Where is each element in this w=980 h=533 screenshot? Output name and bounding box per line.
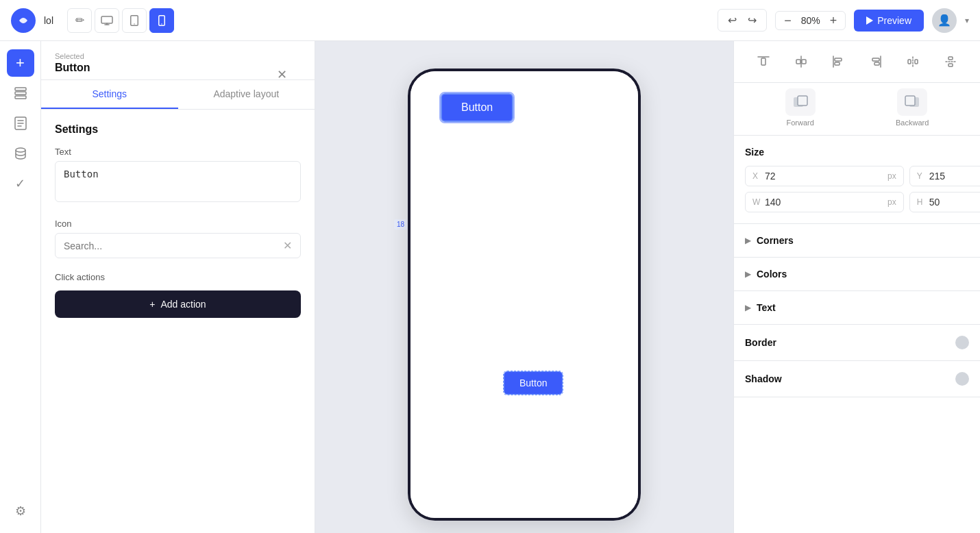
undo-button[interactable]: ↩ [724,12,741,28]
x-input[interactable] [765,171,885,182]
preview-button[interactable]: Preview [854,10,924,32]
h-label: H [917,197,927,207]
align-left-button[interactable] [826,49,850,74]
align-right-button[interactable] [863,49,888,74]
corners-chevron: ▶ [745,236,751,245]
distribute-v-button[interactable] [938,49,963,74]
svg-rect-6 [15,92,26,95]
redo-button[interactable]: ↪ [744,12,761,28]
text-section: ▶ Text [734,291,980,325]
canvas-button-center[interactable]: Button [504,371,563,395]
x-label: X [752,171,762,181]
phone-frame: Button Button [408,69,641,521]
shadow-toggle[interactable] [955,372,969,386]
selected-label: Selected [55,52,301,60]
play-icon [866,16,873,25]
corners-toggle[interactable]: ▶ Corners [734,224,980,257]
layers-btn[interactable] [7,79,34,107]
align-top-button[interactable] [751,49,776,74]
selected-element-name: Button [55,62,301,74]
right-panel: Forward Backward Size X px [733,41,980,533]
left-panel-header: Selected Button ✕ [41,41,315,80]
w-input[interactable] [765,197,885,208]
add-action-plus: + [149,299,155,310]
icon-search-row: ✕ [55,233,301,258]
add-action-button[interactable]: + Add action [55,290,301,318]
corners-title: Corners [757,235,794,246]
size-section: Size X px Y px W px H [734,136,980,224]
text-field-label: Text [55,147,301,157]
zoom-in-button[interactable]: + [830,14,837,27]
pages-btn[interactable] [7,110,34,137]
device-toolbar: ✏ [67,8,174,33]
click-actions-group: Click actions + Add action [55,272,301,318]
preview-label: Preview [877,15,911,26]
text-section-title: Text [757,302,776,313]
alignment-row [734,41,980,83]
phone-inner: Button Button [411,71,638,518]
canvas-button-top[interactable]: Button [441,93,513,122]
svg-rect-18 [915,60,918,64]
align-middle-v-button[interactable] [789,49,813,74]
panel-content: Settings Text Button Icon ✕ Click action… [41,110,315,533]
forward-item[interactable]: Forward [785,88,816,127]
avatar-chevron[interactable]: ▾ [965,16,969,25]
user-avatar[interactable]: 👤 [932,8,957,33]
panel-close-button[interactable]: ✕ [277,67,287,82]
text-field-group: Text Button [55,147,301,205]
svg-rect-13 [835,58,842,61]
svg-rect-15 [872,58,879,61]
svg-point-2 [134,23,135,25]
svg-rect-24 [905,96,915,106]
size-title: Size [745,147,969,158]
desktop-tool-btn[interactable] [95,8,119,33]
colors-toggle[interactable]: ▶ Colors [734,258,980,290]
y-input[interactable] [929,171,980,182]
icon-search-input[interactable] [64,240,283,251]
left-panel: Selected Button ✕ Settings Adaptive layo… [41,41,315,533]
text-input[interactable]: Button [55,161,301,202]
mobile-tool-btn[interactable] [149,8,174,33]
tab-settings[interactable]: Settings [41,80,178,109]
border-toggle[interactable] [955,336,969,349]
shadow-title: Shadow [745,373,782,384]
canvas-indicator: 18 [394,219,407,230]
svg-rect-12 [802,60,806,64]
w-unit: px [887,197,896,207]
forward-label: Forward [787,119,814,127]
colors-chevron: ▶ [745,269,751,279]
settings-title: Settings [55,123,301,136]
distribute-h-button[interactable] [901,49,925,74]
h-field: H px [909,192,980,212]
svg-point-9 [16,148,25,152]
settings-btn[interactable]: ⚙ [7,497,34,525]
tablet-tool-btn[interactable] [122,8,147,33]
size-grid: X px Y px W px H px [745,166,969,212]
panel-tabs: Settings Adaptive layout [41,80,315,110]
w-label: W [752,197,762,207]
icon-field-group: Icon ✕ [55,219,301,258]
svg-rect-7 [15,96,26,99]
zoom-out-button[interactable]: − [784,14,792,27]
icon-search-clear-btn[interactable]: ✕ [283,239,292,252]
shadow-section: Shadow [734,361,980,397]
text-toggle[interactable]: ▶ Text [734,291,980,324]
undo-redo-controls: ↩ ↪ [718,9,767,32]
icon-field-label: Icon [55,219,301,229]
check-btn[interactable]: ✓ [7,170,34,197]
backward-icon [897,88,927,116]
svg-rect-17 [908,60,911,64]
svg-rect-22 [798,96,807,106]
database-btn[interactable] [7,140,34,167]
tab-adaptive-layout[interactable]: Adaptive layout [178,80,315,109]
canvas-area[interactable]: 18 Button Button [315,41,733,533]
x-field: X px [745,166,904,186]
app-logo [11,8,36,33]
svg-rect-16 [874,62,879,65]
border-section: Border [734,325,980,361]
forward-icon [785,88,816,116]
backward-item[interactable]: Backward [896,88,929,127]
add-element-btn[interactable]: + [7,49,34,77]
pen-tool-btn[interactable]: ✏ [67,8,92,33]
h-input[interactable] [929,197,980,208]
